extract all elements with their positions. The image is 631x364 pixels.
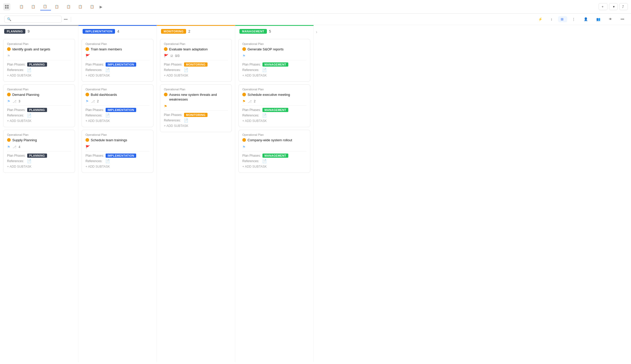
phase-badge: MANAGEMENT (262, 154, 288, 158)
reference-doc-icon: 📄 (184, 118, 188, 122)
task-card[interactable]: Operational Plan Supply Planning ⚑ ⎇ 4 P… (3, 130, 75, 173)
card-title-row: Evaluate team adaptation (164, 47, 228, 52)
card-title-row: Schedule team trainings (85, 138, 150, 143)
add-subtask-button[interactable]: + ADD SUBTASK (7, 118, 71, 124)
task-card[interactable]: Operational Plan Build dashboards ⚑ ⎇ 2 … (82, 84, 153, 127)
card-title: Assess new system threats and weaknesses (169, 92, 228, 102)
add-subtask-button[interactable]: + ADD SUBTASK (164, 123, 228, 129)
add-subtask-button[interactable]: + ADD SUBTASK (85, 73, 150, 78)
tab-start-here-icon: 📋 (19, 5, 24, 9)
card-meta: ⚑ ⎇ 2 (242, 99, 306, 103)
add-subtask-button[interactable]: + ADD SUBTASK (85, 164, 150, 169)
card-title-row: Schedule executive meeting (242, 92, 306, 97)
task-card[interactable]: Operational Plan Schedule team trainings… (82, 130, 153, 173)
flag-icon: ⚑ (85, 99, 89, 103)
card-title-row: Demand Planning (7, 92, 71, 97)
add-subtask-button[interactable]: + ADD SUBTASK (7, 164, 71, 169)
more-toolbar-icon[interactable]: ••• (618, 16, 627, 22)
add-subtask-button[interactable]: + ADD SUBTASK (164, 73, 228, 78)
add-subtask-button[interactable]: + ADD SUBTASK (85, 118, 150, 124)
task-card[interactable]: Operational Plan Assess new system threa… (160, 84, 232, 132)
card-title-row: Generate S&OP reports (242, 47, 306, 52)
tab-plan-overview[interactable]: 📋 (28, 3, 39, 10)
show-button[interactable]: 👁 (606, 16, 616, 22)
more-options-icon[interactable]: ••• (64, 17, 68, 21)
status-dot (7, 47, 11, 51)
task-card[interactable]: Operational Plan Identify goals and targ… (3, 39, 75, 82)
assignees-button[interactable]: 👥 (594, 16, 604, 22)
tab-plan-timeline[interactable]: 📋 (76, 3, 86, 10)
task-card[interactable]: Operational Plan Generate S&OP reports ⚑… (238, 39, 310, 82)
phase-badge: IMPLEMENTATION (106, 62, 136, 67)
phase-badge: PLANNING (27, 108, 47, 112)
card-title: Schedule executive meeting (248, 92, 290, 97)
flag-icon: ⚑ (242, 99, 246, 103)
column-monitoring: MONITORING 2 Operational Plan Evaluate t… (157, 25, 235, 362)
card-title: Identify goals and targets (12, 47, 50, 52)
task-card[interactable]: Operational Plan Train team members 🚩 Pl… (82, 39, 153, 82)
filter-button[interactable]: ⚡ (536, 16, 546, 22)
card-meta: 🚩 ☑ 0/3 (164, 54, 228, 58)
app-logo (3, 3, 10, 10)
plan-phases-field: Plan Phases: MANAGEMENT (242, 62, 306, 67)
subtasks-button[interactable]: ⋮ (569, 16, 579, 22)
task-card[interactable]: Operational Plan Demand Planning ⚑ ⎇ 3 P… (3, 84, 75, 127)
tab-plan-phases[interactable]: 📋 (40, 3, 51, 10)
card-meta: ⚑ (242, 145, 306, 149)
card-project-label: Operational Plan (242, 42, 306, 45)
card-fields: Plan Phases: MANAGEMENT References: 📄 (242, 151, 306, 163)
child-count: 4 (19, 145, 20, 149)
tab-by-priority[interactable]: 📋 (52, 3, 63, 10)
references-label: References: (242, 68, 261, 72)
svg-rect-0 (5, 5, 7, 7)
card-title-row: Company-wide system rollout (242, 138, 306, 143)
phase-badge: MANAGEMENT (262, 108, 288, 112)
status-dot (7, 138, 11, 142)
tab-start-here[interactable]: 📋 (17, 3, 27, 10)
add-subtask-button[interactable]: + ADD SUBTASK (242, 73, 306, 78)
child-count-icon: ⎇ (248, 99, 252, 103)
tab-plan-timeline-icon: 📋 (78, 5, 82, 9)
card-project-label: Operational Plan (85, 88, 150, 91)
plan-phases-label: Plan Phases: (85, 154, 104, 157)
reference-doc-icon: 📄 (105, 159, 110, 163)
task-card[interactable]: Operational Plan Company-wide system rol… (238, 130, 310, 173)
add-subtask-button[interactable]: + ADD SUBTASK (242, 164, 306, 169)
group-by-button[interactable]: ⊞ (558, 16, 567, 22)
search-bar[interactable]: 🔍 (4, 16, 62, 23)
me-icon: 👤 (584, 17, 588, 21)
card-project-label: Operational Plan (164, 42, 228, 45)
tab-gantt-chart[interactable]: 📋 (64, 3, 74, 10)
tab-wor[interactable]: 📋 (87, 3, 98, 10)
add-subtask-button[interactable]: + ADD SUBTASK (7, 73, 71, 78)
chevron-right-icon: › (316, 29, 317, 35)
view-button[interactable]: + (599, 3, 607, 10)
plan-phases-field: Plan Phases: PLANNING (7, 108, 71, 112)
task-card[interactable]: Operational Plan Schedule executive meet… (238, 84, 310, 127)
status-dot (242, 47, 246, 51)
tab-arrow-icon[interactable]: ▶ (100, 5, 102, 9)
card-fields: Plan Phases: IMPLEMENTATION References: … (85, 151, 150, 163)
sort-icon: ↕ (551, 17, 553, 21)
card-title-row: Identify goals and targets (7, 47, 71, 52)
add-subtask-button[interactable]: + ADD SUBTASK (242, 118, 306, 124)
card-title-row: Build dashboards (85, 92, 150, 97)
me-button[interactable]: 👤 (581, 16, 592, 22)
card-fields: Plan Phases: IMPLEMENTATION References: … (85, 60, 150, 72)
references-label: References: (242, 159, 261, 163)
expand-column-button[interactable]: › (314, 25, 327, 362)
sort-by-button[interactable]: ↕ (548, 16, 556, 22)
column-body-planning: Operational Plan Identify goals and targ… (0, 37, 78, 362)
card-project-label: Operational Plan (242, 133, 306, 136)
flag-icon: ⚑ (7, 99, 10, 103)
child-count: 2 (254, 99, 256, 103)
card-fields: Plan Phases: MONITORING References: 📄 (164, 60, 228, 72)
references-field: References: 📄 (242, 68, 306, 72)
automations-button[interactable]: ▾ (609, 3, 618, 10)
column-header-monitoring: MONITORING 2 (157, 26, 235, 37)
task-card[interactable]: Operational Plan Evaluate team adaptatio… (160, 39, 232, 82)
child-count: 3 (19, 99, 20, 103)
references-label: References: (7, 159, 25, 163)
reference-doc-icon: 📄 (105, 113, 110, 118)
share-button[interactable]: ⤴ (619, 3, 628, 10)
